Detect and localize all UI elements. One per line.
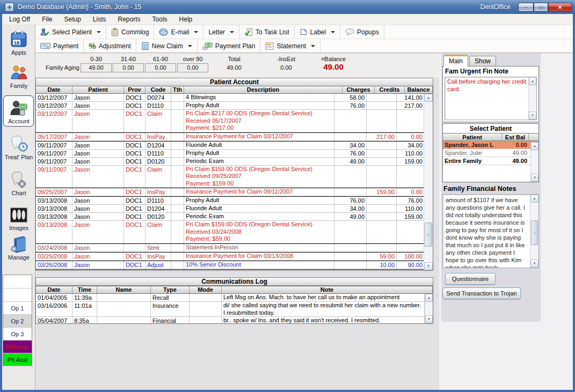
account-row[interactable]: 09/11/2007JasonDOC1ClaimPri Claim $159.0… [36,166,425,188]
scroll-up-icon[interactable]: ▲ [424,94,433,102]
account-row[interactable]: 09/11/2007JasonDOC1D1110Prophy Adult76.0… [36,150,425,158]
select-patient-button[interactable]: Select Patient [35,25,106,39]
commlog-button[interactable]: Commlog [106,25,154,39]
description-line: Received 03/24/2008 [186,228,332,236]
commlog-scrollbar[interactable]: ▲ ▼ [425,294,433,323]
email-button[interactable]: E-mail [154,25,203,39]
commlog-cell-type: Financial [151,317,190,324]
menu-log-off[interactable]: Log Off [2,14,36,25]
menu-setup[interactable]: Setup [58,14,86,25]
account-cell-date: 03/12/2007 [36,94,72,101]
menu-help[interactable]: Help [173,14,199,25]
sidebar-item-account[interactable]: Account [2,99,35,124]
scroll-up-icon[interactable]: ▲ [529,77,536,85]
scroll-up-icon[interactable]: ▲ [531,142,538,150]
sidebar-item-chart[interactable]: Chart [2,171,35,196]
account-row[interactable]: 03/12/2007JasonDOC1ClaimPri Claim $217.0… [36,110,425,132]
scroll-down-icon[interactable]: ▼ [530,260,538,268]
operatory-item[interactable]: Op 1 [3,302,32,315]
sidebar-item-family[interactable]: Family [2,64,35,89]
account-cell-patient: Jason [72,110,124,132]
commlog-row[interactable]: 01/04/200511:39aRecallLeft Msg on Ans. M… [36,294,425,302]
tab-show[interactable]: Show [469,56,496,66]
account-cell-patient: Jason [72,188,124,196]
account-row[interactable]: 03/26/2008JasonDOC1PayCheck #1234 $90.00… [36,269,425,271]
tab-main[interactable]: Main [443,55,468,66]
account-row[interactable]: 09/11/2007JasonDOC1D1204Fluoride Adult34… [36,141,425,150]
account-cell-patient: Jason [72,244,124,252]
family-icon [9,64,28,82]
scroll-down-icon[interactable]: ▼ [425,315,433,323]
sidebar-item-images[interactable]: Images [2,206,35,231]
account-cell-tth [171,244,184,252]
sidebar-item-manage[interactable]: Manage [2,235,35,261]
operatory-item[interactable]: Ph Asst [3,353,32,366]
account-row[interactable]: 03/13/2008JasonDOC1D0120Periodic Exam49.… [36,213,425,221]
to-task-list-button[interactable]: To Task List [239,25,294,39]
account-cell-date: 09/11/2007 [36,158,72,165]
menu-tools[interactable]: Tools [147,14,173,25]
fam-urgent-note-box[interactable]: Call before charging her credit card. ▲ … [445,77,537,120]
account-row[interactable]: 03/26/2008JasonDOC1Adjust10% Senior Disc… [36,261,425,269]
account-scrollbar[interactable]: ▲ ≡ ▼ [424,94,433,270]
aging-insest-value: 0.00 [270,64,302,71]
account-row[interactable]: 09/11/2007JasonDOC1D0120Periodic Exam49.… [36,158,425,166]
new-claim-button[interactable]: New Claim [136,39,198,53]
account-cell-patient: Jason [72,213,124,220]
account-row[interactable]: 03/12/2007JasonDOC1D02744 Bitewings58.00… [36,94,425,102]
statement-button[interactable]: Statement [260,39,321,53]
account-row[interactable]: 05/17/2007JasonDOC1InsPayInsurance Payme… [36,132,425,141]
adjustment-button[interactable]: % Adjustment [84,39,136,53]
dropdown-arrow-icon [194,31,198,33]
select-patient-row[interactable]: Spander, Julie49.00 [443,149,538,157]
popups-button[interactable]: Popups [340,25,384,39]
description-line: Pri Claim $217.00 ODS (Oregon Dental Ser… [186,110,332,117]
scroll-down-icon[interactable]: ▼ [424,262,433,270]
account-row[interactable]: 03/24/2008JasonStmtStatement-InPerson [36,243,425,252]
questionnaire-button[interactable]: Questionnaire [445,273,496,285]
maximize-button[interactable]: ▭ [534,3,548,12]
account-row[interactable]: 03/13/2008JasonDOC1ClaimPri Claim $159.0… [36,221,425,243]
send-transaction-trojan-button[interactable]: Send Transaction to Trojan [442,287,521,299]
minimize-button[interactable]: – [518,3,534,12]
sidebar-item-appts[interactable]: 18 Appts [2,31,35,56]
sidebar-item-treat-plan[interactable]: Treat' Plan [2,135,35,160]
letter-button[interactable]: Letter [203,25,239,39]
account-cell-patient: Jason [72,221,124,243]
account-row[interactable]: 03/13/2008JasonDOC1D1204Fluoride Adult34… [36,205,425,213]
communications-log-title: Communications Log [35,277,433,286]
scroll-up-icon[interactable]: ▲ [425,294,433,302]
account-row[interactable]: 09/25/2007JasonDOC1InsPayInsurance Payme… [36,188,425,196]
select-patient-row[interactable]: Entire Family49.00 [443,157,538,165]
operatory-item[interactable]: PtReady [3,341,32,353]
scrollbar-thumb[interactable]: ≡ [531,220,538,245]
family-financial-notes-box[interactable]: amount of $1107 if we have any questions… [442,194,539,268]
commlog-row[interactable]: 03/16/200611:01aInsurancedi/ she called … [36,302,425,317]
fin-notes-scrollbar[interactable]: ▲ ≡ ▼ [530,195,538,268]
account-cell-code: D1110 [145,150,171,157]
scrollbar-thumb[interactable]: ≡ [425,223,432,247]
label-button[interactable]: Label [295,25,340,39]
payment-button[interactable]: Payment [35,39,84,53]
menu-reports[interactable]: Reports [112,14,147,25]
payment-plan-button[interactable]: Payment Plan [198,39,261,53]
scroll-up-icon[interactable]: ▲ [530,195,538,203]
operatory-item[interactable]: Op 2 [3,315,32,328]
operatory-item-blank[interactable] [3,275,32,289]
commlog-row[interactable]: 05/04/20078:35aFinancialbr.. spoke w/ In… [36,317,425,324]
close-button[interactable]: ✕ [548,3,572,12]
scroll-down-icon[interactable]: ▼ [529,112,536,120]
operatory-item-blank[interactable] [3,289,32,302]
account-row[interactable]: 03/12/2007JasonDOC1D1110Prophy Adult76.0… [36,102,425,110]
operatory-item[interactable]: Op 3 [3,328,32,341]
menu-file[interactable]: File [36,14,58,25]
account-row[interactable]: 03/25/2008JasonDOC1InsPayInsurance Payme… [36,252,425,261]
account-row[interactable]: 03/13/2008JasonDOC1D1110Prophy Adult76.0… [36,196,425,205]
menu-lists[interactable]: Lists [87,14,112,25]
select-patient-scrollbar[interactable]: ▲ ▼ [530,142,538,182]
select-patient-row[interactable]: Spander, Jason L0.00 [443,141,538,149]
window-title: Demo Database {Admin} - Smith, John - 15 [18,3,141,11]
fam-note-scrollbar[interactable]: ▲ ▼ [528,77,536,120]
account-cell-patient: Jason [72,205,124,212]
scroll-down-icon[interactable]: ▼ [531,174,538,182]
